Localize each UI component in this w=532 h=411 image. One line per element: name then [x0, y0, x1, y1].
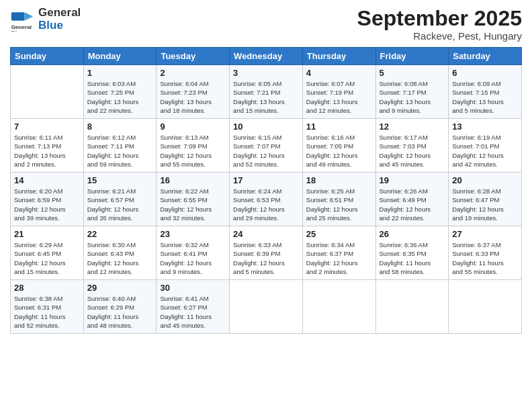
header-thursday: Thursday — [302, 48, 375, 65]
day-number: 7 — [14, 122, 80, 132]
calendar-cell — [11, 65, 84, 119]
svg-rect-0 — [11, 12, 25, 21]
calendar-cell: 13Sunrise: 6:19 AM Sunset: 7:01 PM Dayli… — [449, 119, 522, 173]
day-number: 30 — [160, 283, 226, 293]
calendar-cell: 29Sunrise: 6:40 AM Sunset: 6:29 PM Dayli… — [83, 280, 157, 334]
calendar-cell: 4Sunrise: 6:07 AM Sunset: 7:19 PM Daylig… — [302, 65, 375, 119]
cell-content: Sunrise: 6:29 AM Sunset: 6:45 PM Dayligh… — [14, 240, 80, 276]
day-number: 21 — [14, 229, 80, 239]
day-number: 11 — [306, 122, 372, 132]
page-subtitle: Rackeve, Pest, Hungary — [357, 30, 522, 42]
cell-content: Sunrise: 6:15 AM Sunset: 7:07 PM Dayligh… — [233, 133, 299, 169]
day-number: 9 — [160, 122, 226, 132]
cell-content: Sunrise: 6:34 AM Sunset: 6:37 PM Dayligh… — [306, 240, 372, 276]
cell-content: Sunrise: 6:30 AM Sunset: 6:43 PM Dayligh… — [87, 240, 153, 276]
day-number: 18 — [306, 175, 372, 185]
day-number: 26 — [380, 229, 445, 239]
header-wednesday: Wednesday — [230, 48, 303, 65]
calendar-cell: 22Sunrise: 6:30 AM Sunset: 6:43 PM Dayli… — [83, 226, 157, 280]
cell-content: Sunrise: 6:03 AM Sunset: 7:25 PM Dayligh… — [87, 79, 153, 115]
day-number: 20 — [452, 175, 518, 185]
calendar-cell: 15Sunrise: 6:21 AM Sunset: 6:57 PM Dayli… — [83, 173, 157, 226]
logo-general: General — [38, 7, 81, 19]
day-number: 14 — [14, 175, 80, 185]
calendar-cell: 18Sunrise: 6:25 AM Sunset: 6:51 PM Dayli… — [302, 173, 375, 226]
calendar-cell — [449, 280, 522, 334]
calendar-cell: 17Sunrise: 6:24 AM Sunset: 6:53 PM Dayli… — [230, 173, 303, 226]
week-row-0: 1Sunrise: 6:03 AM Sunset: 7:25 PM Daylig… — [11, 65, 522, 119]
logo-blue: Blue — [38, 19, 81, 32]
calendar-cell — [302, 280, 375, 334]
day-number: 3 — [233, 68, 299, 78]
logo: General Blue General Blue — [10, 7, 81, 32]
cell-content: Sunrise: 6:13 AM Sunset: 7:09 PM Dayligh… — [160, 133, 226, 169]
calendar-cell: 2Sunrise: 6:04 AM Sunset: 7:23 PM Daylig… — [157, 65, 230, 119]
day-number: 16 — [160, 175, 226, 185]
calendar-cell: 16Sunrise: 6:22 AM Sunset: 6:55 PM Dayli… — [157, 173, 230, 226]
calendar-cell: 21Sunrise: 6:29 AM Sunset: 6:45 PM Dayli… — [11, 226, 84, 280]
week-row-1: 7Sunrise: 6:11 AM Sunset: 7:13 PM Daylig… — [11, 119, 522, 173]
calendar-cell: 27Sunrise: 6:37 AM Sunset: 6:33 PM Dayli… — [449, 226, 522, 280]
week-row-2: 14Sunrise: 6:20 AM Sunset: 6:59 PM Dayli… — [11, 173, 522, 226]
calendar-cell: 25Sunrise: 6:34 AM Sunset: 6:37 PM Dayli… — [302, 226, 375, 280]
cell-content: Sunrise: 6:36 AM Sunset: 6:35 PM Dayligh… — [380, 240, 445, 276]
logo-icon: General Blue — [10, 7, 34, 32]
cell-content: Sunrise: 6:22 AM Sunset: 6:55 PM Dayligh… — [160, 187, 226, 222]
cell-content: Sunrise: 6:32 AM Sunset: 6:41 PM Dayligh… — [160, 240, 226, 276]
cell-content: Sunrise: 6:16 AM Sunset: 7:05 PM Dayligh… — [306, 133, 372, 169]
day-number: 23 — [160, 229, 226, 239]
day-number: 5 — [380, 68, 445, 78]
calendar-table: SundayMondayTuesdayWednesdayThursdayFrid… — [10, 47, 522, 334]
day-number: 12 — [380, 122, 445, 132]
cell-content: Sunrise: 6:26 AM Sunset: 6:49 PM Dayligh… — [380, 187, 445, 222]
day-number: 13 — [452, 122, 518, 132]
day-number: 29 — [87, 283, 153, 293]
day-number: 8 — [87, 122, 153, 132]
cell-content: Sunrise: 6:07 AM Sunset: 7:19 PM Dayligh… — [306, 79, 372, 115]
header-row: SundayMondayTuesdayWednesdayThursdayFrid… — [11, 48, 522, 65]
calendar-cell: 26Sunrise: 6:36 AM Sunset: 6:35 PM Dayli… — [375, 226, 449, 280]
cell-content: Sunrise: 6:24 AM Sunset: 6:53 PM Dayligh… — [233, 187, 299, 222]
calendar-cell: 23Sunrise: 6:32 AM Sunset: 6:41 PM Dayli… — [157, 226, 230, 280]
calendar-cell: 6Sunrise: 6:09 AM Sunset: 7:15 PM Daylig… — [449, 65, 522, 119]
cell-content: Sunrise: 6:28 AM Sunset: 6:47 PM Dayligh… — [452, 187, 518, 222]
week-row-4: 28Sunrise: 6:38 AM Sunset: 6:31 PM Dayli… — [11, 280, 522, 334]
day-number: 27 — [452, 229, 518, 239]
calendar-cell: 9Sunrise: 6:13 AM Sunset: 7:09 PM Daylig… — [157, 119, 230, 173]
page-container: General Blue General Blue September 2025… — [0, 0, 532, 340]
calendar-cell: 30Sunrise: 6:41 AM Sunset: 6:27 PM Dayli… — [157, 280, 230, 334]
cell-content: Sunrise: 6:19 AM Sunset: 7:01 PM Dayligh… — [452, 133, 518, 169]
calendar-cell: 10Sunrise: 6:15 AM Sunset: 7:07 PM Dayli… — [230, 119, 303, 173]
calendar-cell: 24Sunrise: 6:33 AM Sunset: 6:39 PM Dayli… — [230, 226, 303, 280]
calendar-cell: 5Sunrise: 6:08 AM Sunset: 7:17 PM Daylig… — [375, 65, 449, 119]
cell-content: Sunrise: 6:08 AM Sunset: 7:17 PM Dayligh… — [380, 79, 445, 115]
day-number: 6 — [452, 68, 518, 78]
cell-content: Sunrise: 6:38 AM Sunset: 6:31 PM Dayligh… — [14, 294, 80, 330]
cell-content: Sunrise: 6:33 AM Sunset: 6:39 PM Dayligh… — [233, 240, 299, 276]
title-block: September 2025 Rackeve, Pest, Hungary — [357, 7, 522, 42]
day-number: 2 — [160, 68, 226, 78]
cell-content: Sunrise: 6:12 AM Sunset: 7:11 PM Dayligh… — [87, 133, 153, 169]
svg-marker-1 — [25, 12, 34, 21]
header-friday: Friday — [375, 48, 449, 65]
calendar-cell — [375, 280, 449, 334]
svg-text:Blue: Blue — [11, 29, 24, 31]
cell-content: Sunrise: 6:40 AM Sunset: 6:29 PM Dayligh… — [87, 294, 153, 330]
day-number: 24 — [233, 229, 299, 239]
day-number: 1 — [87, 68, 153, 78]
header-monday: Monday — [83, 48, 157, 65]
calendar-cell: 11Sunrise: 6:16 AM Sunset: 7:05 PM Dayli… — [302, 119, 375, 173]
page-title: September 2025 — [357, 7, 522, 30]
calendar-cell: 14Sunrise: 6:20 AM Sunset: 6:59 PM Dayli… — [11, 173, 84, 226]
cell-content: Sunrise: 6:21 AM Sunset: 6:57 PM Dayligh… — [87, 187, 153, 222]
cell-content: Sunrise: 6:20 AM Sunset: 6:59 PM Dayligh… — [14, 187, 80, 222]
cell-content: Sunrise: 6:37 AM Sunset: 6:33 PM Dayligh… — [452, 240, 518, 276]
day-number: 4 — [306, 68, 372, 78]
calendar-cell: 12Sunrise: 6:17 AM Sunset: 7:03 PM Dayli… — [375, 119, 449, 173]
day-number: 15 — [87, 175, 153, 185]
day-number: 25 — [306, 229, 372, 239]
calendar-cell: 1Sunrise: 6:03 AM Sunset: 7:25 PM Daylig… — [83, 65, 157, 119]
day-number: 28 — [14, 283, 80, 293]
calendar-cell — [230, 280, 303, 334]
cell-content: Sunrise: 6:04 AM Sunset: 7:23 PM Dayligh… — [160, 79, 226, 115]
